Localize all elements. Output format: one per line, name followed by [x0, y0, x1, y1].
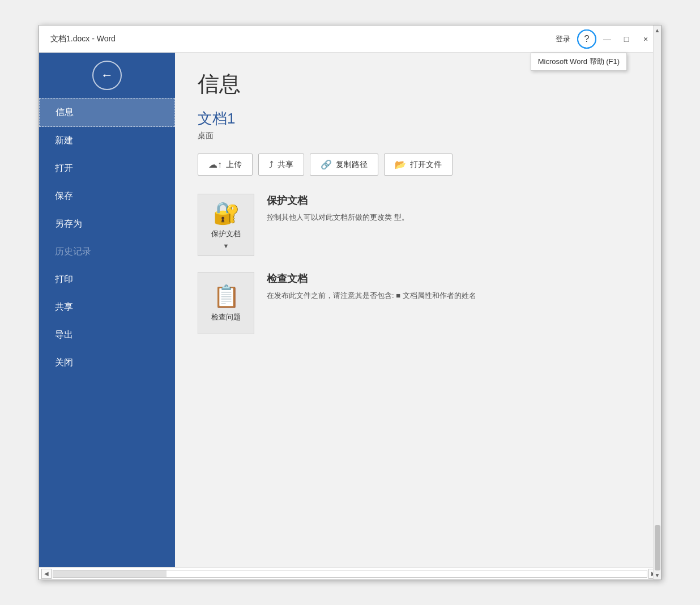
share-button[interactable]: ⤴ 共享	[258, 154, 304, 176]
protect-section: 🔐 保护文档 ▼ 保护文档 控制其他人可以对此文档所做的更改类 型。	[198, 194, 638, 256]
maximize-button[interactable]: □	[618, 31, 635, 48]
sidebar-item-label: 保存	[55, 191, 73, 201]
doc-title: 文档1	[198, 109, 638, 129]
minimize-button[interactable]: —	[599, 31, 616, 48]
login-button[interactable]: 登录	[556, 34, 570, 44]
sidebar-item-label: 打开	[55, 163, 73, 173]
upload-icon: ☁↑	[208, 159, 222, 170]
sidebar: ← 信息 新建 打开 保存 另存为	[39, 53, 175, 567]
back-button[interactable]: ←	[39, 53, 175, 98]
sidebar-item-share[interactable]: 共享	[39, 293, 175, 321]
help-tooltip: Microsoft Word 帮助 (F1)	[531, 53, 627, 71]
protect-desc: 控制其他人可以对此文档所做的更改类 型。	[267, 212, 638, 224]
protect-text: 保护文档 控制其他人可以对此文档所做的更改类 型。	[267, 194, 638, 224]
open-file-label: 打开文件	[410, 160, 442, 170]
sidebar-item-info[interactable]: 信息	[39, 98, 175, 127]
share-label: 共享	[278, 160, 293, 170]
sidebar-item-open[interactable]: 打开	[39, 155, 175, 182]
link-icon: 🔗	[321, 159, 332, 170]
window-title: 文档1.docx - Word	[46, 34, 556, 44]
main-scroll-area[interactable]: 信息 文档1 桌面 ☁↑ 上传 ⤴ 共享 🔗 复制路径	[175, 53, 661, 567]
inspect-icon: 📋	[213, 284, 240, 309]
title-bar: 文档1.docx - Word 登录 ? — □ × Microsoft Wor…	[39, 25, 661, 53]
back-circle: ←	[92, 61, 122, 90]
copy-path-button[interactable]: 🔗 复制路径	[310, 154, 378, 176]
share-icon: ⤴	[269, 160, 274, 170]
horizontal-scroll-thumb[interactable]	[53, 570, 167, 577]
doc-location: 桌面	[198, 131, 638, 141]
sidebar-item-history: 历史记录	[39, 238, 175, 266]
app-body: ← 信息 新建 打开 保存 另存为	[39, 53, 661, 567]
vertical-scrollbar[interactable]: ▲ ▼	[653, 53, 661, 567]
help-button[interactable]: ?	[577, 29, 596, 49]
inspect-text: 检查文档 在发布此文件之前，请注意其是否包含: ■ 文档属性和作者的姓名	[267, 272, 638, 302]
protect-button[interactable]: 🔐 保护文档 ▼	[198, 194, 254, 256]
protect-icon-label: 保护文档	[211, 229, 241, 239]
close-button[interactable]: ×	[637, 31, 654, 48]
open-file-button[interactable]: 📂 打开文件	[384, 154, 453, 176]
sidebar-item-save[interactable]: 保存	[39, 182, 175, 210]
inspect-button[interactable]: 📋 检查问题	[198, 272, 254, 334]
folder-icon: 📂	[395, 159, 406, 170]
inspect-section: 📋 检查问题 检查文档 在发布此文件之前，请注意其是否包含: ■ 文档属性和作者…	[198, 272, 638, 334]
horizontal-scrollbar[interactable]	[53, 570, 647, 578]
sidebar-item-label: 关闭	[55, 357, 73, 367]
sidebar-item-label: 导出	[55, 330, 73, 339]
status-bar: ◀ ▶	[39, 567, 661, 580]
inspect-desc: 在发布此文件之前，请注意其是否包含: ■ 文档属性和作者的姓名	[267, 290, 638, 302]
scrollbar-thumb[interactable]	[655, 525, 660, 567]
sidebar-item-export[interactable]: 导出	[39, 321, 175, 349]
main-content: 信息 文档1 桌面 ☁↑ 上传 ⤴ 共享 🔗 复制路径	[175, 53, 661, 567]
page-title: 信息	[198, 70, 638, 99]
inspect-title: 检查文档	[267, 272, 638, 286]
sidebar-item-print[interactable]: 打印	[39, 266, 175, 293]
copy-path-label: 复制路径	[336, 160, 368, 170]
sidebar-item-close[interactable]: 关闭	[39, 349, 175, 377]
sidebar-item-label: 打印	[55, 274, 73, 284]
protect-icon: 🔐	[213, 201, 240, 225]
upload-button[interactable]: ☁↑ 上传	[198, 154, 253, 176]
sidebar-item-saveas[interactable]: 另存为	[39, 210, 175, 238]
sidebar-item-label: 共享	[55, 302, 73, 312]
sidebar-item-label: 信息	[56, 107, 74, 117]
inspect-icon-label: 检查问题	[211, 312, 241, 322]
scroll-left-button[interactable]: ◀	[41, 569, 52, 579]
sidebar-item-label: 历史记录	[55, 246, 91, 256]
protect-dropdown-arrow: ▼	[223, 242, 229, 249]
action-buttons: ☁↑ 上传 ⤴ 共享 🔗 复制路径 📂 打开文件	[198, 154, 638, 176]
sidebar-item-label: 新建	[55, 135, 73, 145]
sidebar-item-label: 另存为	[55, 219, 82, 228]
sidebar-nav: 信息 新建 打开 保存 另存为 历史记录 打印	[39, 98, 175, 567]
app-window: 文档1.docx - Word 登录 ? — □ × Microsoft Wor…	[39, 25, 661, 580]
back-icon: ←	[101, 68, 113, 83]
title-controls: 登录 ? — □ ×	[556, 29, 654, 49]
protect-title: 保护文档	[267, 194, 638, 207]
sidebar-item-new[interactable]: 新建	[39, 127, 175, 155]
upload-label: 上传	[226, 160, 242, 170]
